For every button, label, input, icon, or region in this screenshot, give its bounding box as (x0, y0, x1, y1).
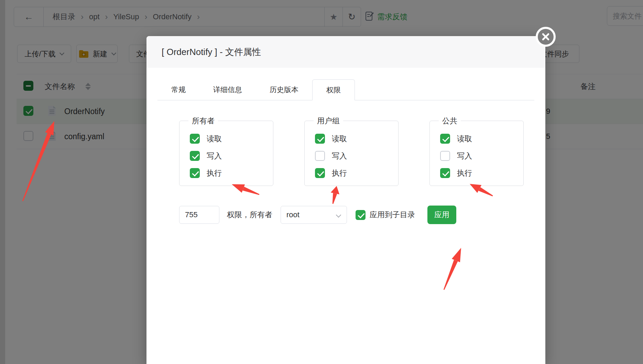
checkbox-public-execute[interactable] (440, 168, 450, 178)
checkbox-owner-write[interactable] (190, 151, 200, 161)
tab-permissions-label: 权限 (326, 85, 341, 95)
perm-label-read: 读取 (207, 134, 222, 144)
perm-label-execute: 执行 (332, 168, 347, 178)
dialog-title: [ OrderNotify ] - 文件属性 (162, 46, 261, 58)
perm-label-read: 读取 (457, 134, 472, 144)
checkbox-public-read[interactable] (440, 134, 450, 144)
apply-recursive-label: 应用到子目录 (370, 210, 415, 220)
perm-label-write: 写入 (332, 151, 347, 161)
checkbox-group-execute[interactable] (315, 168, 325, 178)
owner-select[interactable]: root (281, 206, 347, 224)
tab-history-label: 历史版本 (270, 85, 298, 95)
perm-label-write: 写入 (207, 151, 222, 161)
group-title-public: 公共 (439, 116, 461, 126)
apply-recursive-option[interactable]: 应用到子目录 (356, 210, 415, 220)
perm-public-read: 读取 (440, 134, 523, 144)
screen: ← 根目录 › opt › YileSup › OrderNotify › ★ … (0, 0, 643, 364)
perm-owner-execute: 执行 (190, 168, 273, 178)
apply-recursive-checkbox[interactable] (356, 210, 366, 220)
checkbox-owner-execute[interactable] (190, 168, 200, 178)
apply-button[interactable]: 应用 (427, 206, 456, 224)
group-title-owner: 所有者 (188, 116, 218, 126)
tab-permissions[interactable]: 权限 (312, 79, 355, 100)
checkbox-owner-read[interactable] (190, 134, 200, 144)
tab-general[interactable]: 常规 (157, 79, 199, 100)
mode-label: 权限，所有者 (227, 210, 272, 220)
permission-controls: 权限，所有者 root 应用到子目录 应用 (179, 205, 456, 224)
dialog-header: [ OrderNotify ] - 文件属性 (146, 36, 545, 68)
close-icon[interactable] (536, 27, 556, 47)
perm-label-execute: 执行 (457, 168, 472, 178)
permission-group-usergroup: 用户组 读取 写入 执行 (304, 121, 399, 186)
checkbox-group-write[interactable] (315, 151, 325, 161)
mode-input[interactable] (179, 206, 219, 224)
dialog-tabs: 常规 详细信息 历史版本 权限 (157, 79, 534, 100)
tab-details[interactable]: 详细信息 (199, 79, 256, 100)
owner-select-value: root (286, 210, 299, 219)
perm-owner-read: 读取 (190, 134, 273, 144)
tab-details-label: 详细信息 (213, 85, 242, 95)
tab-history[interactable]: 历史版本 (256, 79, 312, 100)
tab-general-label: 常规 (171, 85, 186, 95)
perm-public-execute: 执行 (440, 168, 523, 178)
permission-group-owner: 所有者 读取 写入 执行 (179, 121, 273, 186)
permission-group-public: 公共 读取 写入 执行 (429, 121, 524, 186)
checkbox-group-read[interactable] (315, 134, 325, 144)
perm-label-read: 读取 (332, 134, 347, 144)
perm-owner-write: 写入 (190, 151, 273, 161)
perm-group-write: 写入 (315, 151, 398, 161)
group-title-usergroup: 用户组 (314, 116, 343, 126)
perm-group-read: 读取 (315, 134, 398, 144)
perm-label-write: 写入 (457, 151, 472, 161)
perm-group-execute: 执行 (315, 168, 398, 178)
perm-public-write: 写入 (440, 151, 523, 161)
checkbox-public-write[interactable] (440, 151, 450, 161)
perm-label-execute: 执行 (207, 168, 222, 178)
file-properties-dialog: [ OrderNotify ] - 文件属性 常规 详细信息 历史版本 权限 所… (146, 36, 545, 364)
permission-groups: 所有者 读取 写入 执行 用户组 (179, 121, 524, 186)
chevron-down-icon (336, 212, 341, 218)
